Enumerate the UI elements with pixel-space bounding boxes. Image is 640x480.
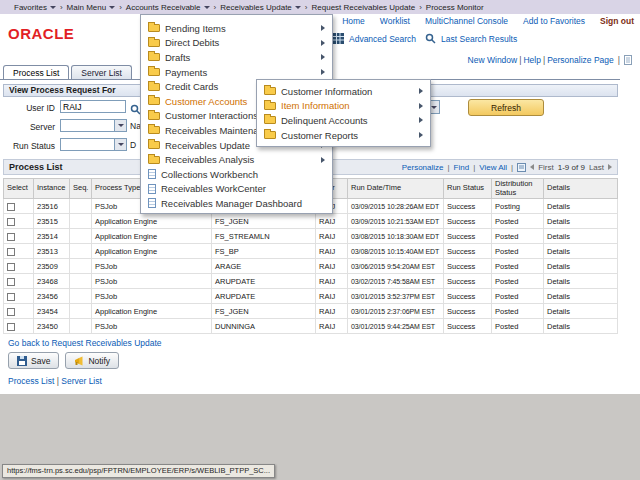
find-link[interactable]: Find — [454, 163, 470, 172]
menu-item[interactable]: Payments — [141, 65, 332, 80]
run-status-select[interactable] — [60, 138, 127, 151]
user-id-input[interactable] — [60, 100, 126, 113]
col-instance[interactable]: Instance — [34, 179, 70, 199]
select-checkbox[interactable] — [7, 248, 15, 256]
sign-out-link[interactable]: Sign out — [600, 16, 634, 26]
folder-icon — [148, 97, 160, 105]
folder-icon — [264, 102, 276, 110]
search-icon — [425, 33, 436, 44]
details-link[interactable]: Details — [544, 214, 618, 229]
first-page-icon[interactable] — [530, 164, 534, 170]
col-run-status[interactable]: Run Status — [444, 179, 492, 199]
page-link[interactable]: Personalize Page — [547, 55, 614, 65]
col-seq[interactable]: Seq. — [70, 179, 92, 199]
submenu-item[interactable]: Item Information — [257, 99, 430, 114]
details-link[interactable]: Details — [544, 199, 618, 214]
menu-item[interactable]: Drafts — [141, 50, 332, 65]
select-checkbox[interactable] — [7, 203, 15, 211]
footer-link[interactable]: Server List — [61, 376, 102, 386]
notify-button[interactable]: Notify — [65, 352, 119, 369]
tab[interactable]: Server List — [71, 65, 132, 79]
search-toolbar: Advanced Search Last Search Results — [333, 33, 517, 44]
run-status-cell: Success — [444, 199, 492, 214]
table-row: 23515 Application Engine FS_JGEN RAIJ 03… — [4, 214, 618, 229]
menu-item[interactable]: Receivables WorkCenter — [141, 182, 332, 197]
submenu-chevron-icon — [419, 103, 423, 109]
menu-item[interactable]: Collections Workbench — [141, 167, 332, 182]
select-checkbox[interactable] — [7, 263, 15, 271]
last-page-icon[interactable] — [608, 164, 612, 170]
table-row: 23456 PSJob ARUPDATE RAIJ 03/01/2015 3:5… — [4, 289, 618, 304]
submenu-chevron-icon — [419, 88, 423, 94]
table-row: 23513 Application Engine FS_BP RAIJ 03/0… — [4, 244, 618, 259]
select-checkbox[interactable] — [7, 278, 15, 286]
copy-url-icon[interactable] — [624, 55, 632, 65]
breadcrumb-item[interactable]: Favorites — [6, 3, 56, 12]
menu-item[interactable]: Receivables Analysis — [141, 152, 332, 167]
page-link[interactable]: New Window — [468, 55, 518, 65]
select-checkbox[interactable] — [7, 233, 15, 241]
notify-icon — [74, 356, 84, 366]
run-status-cell: Success — [444, 214, 492, 229]
submenu-item[interactable]: Customer Information — [257, 84, 430, 99]
download-icon[interactable] — [517, 163, 526, 172]
submenu-item[interactable]: Customer Reports — [257, 128, 430, 143]
go-back-link[interactable]: Go back to Request Receivables Update — [8, 338, 162, 348]
folder-icon — [264, 87, 276, 95]
process-type-cell: Application Engine — [92, 304, 212, 319]
breadcrumb-item[interactable]: › Accounts Receivable — [115, 3, 209, 12]
select-checkbox[interactable] — [7, 308, 15, 316]
personalize-link[interactable]: Personalize — [402, 163, 444, 172]
run-datetime-cell: 03/08/2015 10:15:40AM EDT — [348, 244, 444, 259]
user-cell: RAIJ — [316, 289, 348, 304]
select-checkbox[interactable] — [7, 218, 15, 226]
table-row: 23450 PSJob DUNNINGA RAIJ 03/01/2015 9:4… — [4, 319, 618, 334]
details-link[interactable]: Details — [544, 244, 618, 259]
breadcrumb-item[interactable]: › Request Receivables Update — [301, 3, 415, 12]
col-select[interactable]: Select — [4, 179, 34, 199]
view-all-link[interactable]: View All — [479, 163, 507, 172]
details-link[interactable]: Details — [544, 319, 618, 334]
process-name-cell: ARAGE — [212, 259, 316, 274]
page-icon — [148, 169, 156, 179]
seq-cell — [70, 214, 92, 229]
process-name-cell: DUNNINGA — [212, 319, 316, 334]
run-datetime-cell: 03/01/2015 9:44:25AM EST — [348, 319, 444, 334]
breadcrumb-item[interactable]: › Receivables Update — [210, 3, 301, 12]
footer-buttons: Save Notify — [8, 352, 119, 369]
process-type-cell: PSJob — [92, 319, 212, 334]
refresh-button[interactable]: Refresh — [468, 99, 544, 116]
col-run-datetime[interactable]: Run Date/Time — [348, 179, 444, 199]
header-nav-link[interactable]: Worklist — [380, 16, 410, 26]
breadcrumb-item[interactable]: › Main Menu — [56, 3, 115, 12]
menu-item[interactable]: Receivables Manager Dashboard — [141, 196, 332, 211]
header-nav-link[interactable]: Add to Favorites — [523, 16, 585, 26]
details-link[interactable]: Details — [544, 304, 618, 319]
col-details[interactable]: Details — [544, 179, 618, 199]
details-link[interactable]: Details — [544, 289, 618, 304]
menu-item[interactable]: Pending Items — [141, 21, 332, 36]
select-checkbox[interactable] — [7, 323, 15, 331]
last-search-results-link[interactable]: Last Search Results — [441, 34, 517, 44]
process-type-cell: Application Engine — [92, 244, 212, 259]
tab[interactable]: Process List — [3, 65, 69, 79]
header-nav-link[interactable]: Home — [342, 16, 365, 26]
details-link[interactable]: Details — [544, 274, 618, 289]
header-nav-link[interactable]: MultiChannel Console — [425, 16, 508, 26]
menu-item[interactable]: Direct Debits — [141, 36, 332, 51]
page-link[interactable]: Help — [523, 55, 540, 65]
submenu-chevron-icon — [321, 25, 325, 31]
first-link[interactable]: First — [538, 163, 554, 172]
save-button[interactable]: Save — [8, 352, 59, 369]
details-link[interactable]: Details — [544, 259, 618, 274]
col-distribution-status[interactable]: Distribution Status — [492, 179, 544, 199]
footer-link[interactable]: Process List — [8, 376, 54, 386]
select-checkbox[interactable] — [7, 293, 15, 301]
server-select[interactable] — [60, 119, 127, 132]
details-link[interactable]: Details — [544, 229, 618, 244]
last-link[interactable]: Last — [589, 163, 604, 172]
breadcrumb: Favorites › Main Menu › Accounts Receiva… — [0, 0, 640, 14]
advanced-search-link[interactable]: Advanced Search — [349, 34, 416, 44]
breadcrumb-item[interactable]: › Process Monitor — [415, 3, 483, 12]
submenu-item[interactable]: Delinquent Accounts — [257, 113, 430, 128]
